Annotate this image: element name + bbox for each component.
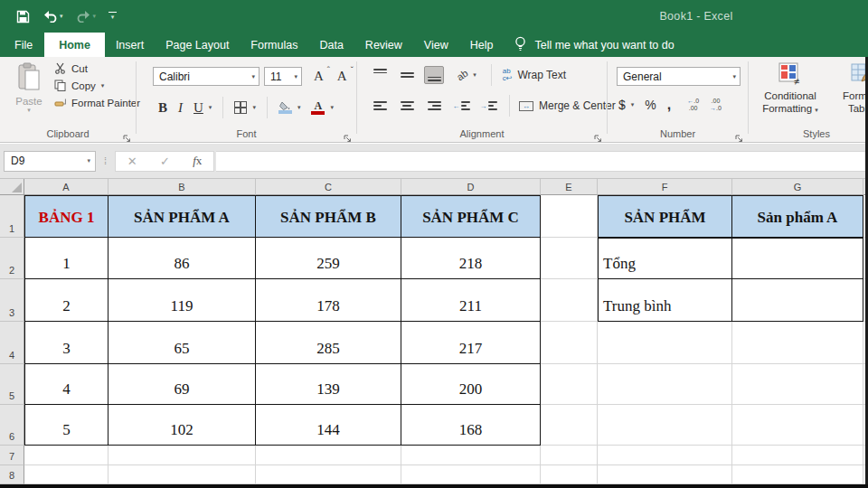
conditional-formatting-button[interactable]: ≠ ConditionalFormatting ▾ bbox=[754, 62, 826, 116]
cell-G2[interactable] bbox=[732, 238, 863, 279]
align-center-button[interactable] bbox=[397, 97, 417, 115]
redo-dropdown-caret[interactable]: ▾ bbox=[93, 13, 97, 20]
cell-A7[interactable] bbox=[24, 446, 108, 465]
cell-B2[interactable]: 86 bbox=[108, 238, 256, 279]
tab-review[interactable]: Review bbox=[354, 33, 413, 57]
number-dialog-launcher-icon[interactable] bbox=[735, 130, 743, 138]
clipboard-dialog-launcher-icon[interactable] bbox=[123, 130, 131, 138]
cell-E4[interactable] bbox=[541, 322, 598, 364]
col-header-D[interactable]: D bbox=[401, 179, 541, 195]
tab-view[interactable]: View bbox=[413, 33, 459, 57]
cell-D8[interactable] bbox=[401, 465, 541, 484]
col-header-E[interactable]: E bbox=[541, 179, 598, 195]
cell-A1[interactable]: BẢNG 1 bbox=[24, 195, 108, 238]
row-header-1[interactable]: 1 bbox=[0, 195, 24, 238]
undo-dropdown-caret[interactable]: ▾ bbox=[60, 13, 63, 20]
comma-style-button[interactable]: , bbox=[667, 97, 671, 113]
cell-C6[interactable]: 144 bbox=[256, 405, 401, 446]
cell-D4[interactable]: 217 bbox=[401, 322, 541, 364]
cell-G5[interactable] bbox=[732, 364, 863, 405]
cell-C5[interactable]: 139 bbox=[256, 364, 401, 405]
row-header-3[interactable]: 3 bbox=[0, 279, 24, 322]
cell-F8[interactable] bbox=[598, 465, 732, 484]
font-dialog-launcher-icon[interactable] bbox=[344, 130, 352, 138]
cell-E3[interactable] bbox=[541, 279, 598, 322]
align-left-button[interactable] bbox=[370, 97, 390, 115]
cell-F1[interactable]: SẢN PHẨM bbox=[598, 195, 732, 238]
name-box[interactable]: D9 ▾ bbox=[4, 151, 96, 172]
col-header-A[interactable]: A bbox=[24, 179, 108, 195]
cell-C4[interactable]: 285 bbox=[256, 322, 401, 364]
cell-G4[interactable] bbox=[732, 322, 863, 364]
font-size-select[interactable]: 11 ▾ bbox=[264, 67, 302, 86]
decrease-decimal-button[interactable]: .00→.0 bbox=[710, 98, 722, 112]
cell-A3[interactable]: 2 bbox=[24, 279, 108, 322]
row-header-8[interactable]: 8 bbox=[0, 465, 24, 484]
redo-icon[interactable]: ▾ bbox=[76, 10, 97, 23]
cell-C8[interactable] bbox=[256, 465, 401, 484]
cell-C3[interactable]: 178 bbox=[256, 279, 401, 322]
cell-D3[interactable]: 211 bbox=[401, 279, 541, 322]
row-header-7[interactable]: 7 bbox=[0, 446, 24, 465]
save-icon[interactable] bbox=[16, 10, 30, 23]
cell-G6[interactable] bbox=[732, 405, 863, 446]
cell-E1[interactable] bbox=[541, 195, 598, 238]
cell-C2[interactable]: 259 bbox=[256, 238, 401, 279]
format-as-table-button[interactable]: Format aTable ▾ bbox=[832, 62, 868, 116]
row-header-6[interactable]: 6 bbox=[0, 405, 24, 446]
underline-button[interactable]: U▾ bbox=[193, 100, 212, 116]
cell-F5[interactable] bbox=[598, 364, 732, 405]
cell-D7[interactable] bbox=[401, 446, 541, 465]
cell-F2[interactable]: Tổng bbox=[598, 238, 732, 279]
align-bottom-button[interactable] bbox=[424, 66, 444, 84]
formula-bar-handle[interactable]: ⁞ bbox=[104, 155, 107, 166]
decrease-font-size-button[interactable]: Aˇ bbox=[337, 69, 347, 84]
cell-B5[interactable]: 69 bbox=[108, 364, 256, 405]
cell-A5[interactable]: 4 bbox=[24, 364, 108, 405]
col-header-B[interactable]: B bbox=[108, 179, 256, 195]
cell-F7[interactable] bbox=[598, 446, 732, 465]
italic-button[interactable]: I bbox=[178, 100, 183, 116]
align-top-button[interactable] bbox=[370, 66, 390, 84]
row-header-2[interactable]: 2 bbox=[0, 238, 24, 279]
enter-check-icon[interactable]: ✓ bbox=[160, 155, 170, 168]
cell-C7[interactable] bbox=[256, 446, 401, 465]
tab-data[interactable]: Data bbox=[308, 33, 354, 57]
cancel-icon[interactable]: ✕ bbox=[127, 155, 137, 168]
cell-F3[interactable]: Trung bình bbox=[598, 279, 732, 322]
increase-decimal-button[interactable]: ←.0.00 bbox=[687, 98, 699, 112]
cell-B6[interactable]: 102 bbox=[108, 405, 256, 446]
font-color-button[interactable]: A ▾ bbox=[311, 100, 334, 115]
cell-D2[interactable]: 218 bbox=[401, 238, 541, 279]
cell-E7[interactable] bbox=[541, 446, 598, 465]
cell-D5[interactable]: 200 bbox=[401, 364, 541, 405]
accounting-format-button[interactable]: $▾ bbox=[618, 98, 634, 112]
percent-style-button[interactable]: % bbox=[645, 98, 656, 112]
paste-button[interactable]: Paste ▾ bbox=[9, 62, 49, 124]
cell-E2[interactable] bbox=[541, 238, 598, 279]
wrap-text-button[interactable]: abc↩ Wrap Text bbox=[503, 68, 566, 82]
decrease-indent-button[interactable]: ← bbox=[451, 97, 471, 115]
bold-button[interactable]: B bbox=[158, 100, 167, 116]
col-header-G[interactable]: G bbox=[732, 179, 863, 195]
increase-indent-button[interactable]: → bbox=[478, 97, 498, 115]
orientation-button[interactable]: ab ▾ bbox=[457, 70, 476, 80]
cell-E6[interactable] bbox=[541, 405, 598, 446]
cell-B7[interactable] bbox=[108, 446, 256, 465]
cell-B3[interactable]: 119 bbox=[108, 279, 256, 322]
cell-E8[interactable] bbox=[541, 465, 598, 484]
number-format-select[interactable]: General ▾ bbox=[617, 67, 741, 86]
tell-me-box[interactable]: Tell me what you want to do bbox=[514, 33, 674, 57]
increase-font-size-button[interactable]: Aˆ bbox=[314, 69, 324, 84]
cell-F4[interactable] bbox=[598, 322, 732, 364]
fill-color-button[interactable]: ▾ bbox=[278, 101, 301, 114]
align-middle-button[interactable] bbox=[397, 66, 417, 84]
row-header-5[interactable]: 5 bbox=[0, 364, 24, 405]
tab-insert[interactable]: Insert bbox=[105, 33, 155, 57]
tab-file[interactable]: File bbox=[3, 33, 44, 57]
cell-G7[interactable] bbox=[732, 446, 863, 465]
copy-button[interactable]: Copy ▾ bbox=[54, 80, 140, 91]
col-header-C[interactable]: C bbox=[256, 179, 401, 195]
cell-B1[interactable]: SẢN PHẨM A bbox=[108, 195, 256, 238]
cell-F6[interactable] bbox=[598, 405, 732, 446]
